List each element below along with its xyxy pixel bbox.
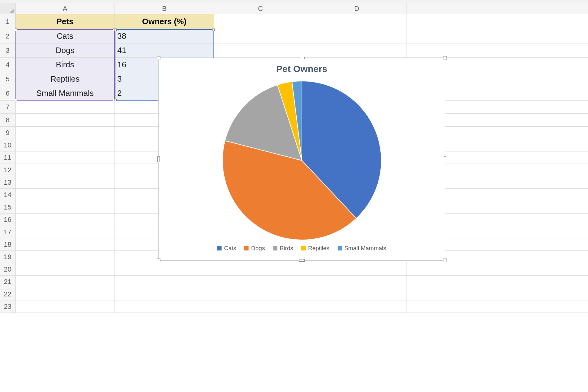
cell-D3[interactable] — [307, 43, 406, 58]
cell-C1[interactable] — [214, 14, 307, 29]
row-head-9[interactable]: 9 — [0, 127, 16, 139]
cell-B20[interactable] — [115, 263, 214, 276]
cell-B22[interactable] — [115, 288, 214, 300]
row-head-14[interactable]: 14 — [0, 189, 16, 201]
cell-C23[interactable] — [214, 300, 307, 313]
cell-B3[interactable]: 41 — [115, 43, 214, 58]
cell-E20[interactable] — [406, 263, 588, 276]
row-head-21[interactable]: 21 — [0, 276, 16, 288]
row-head-8[interactable]: 8 — [0, 114, 16, 127]
col-head-D[interactable]: D — [307, 3, 406, 14]
cell-D2[interactable] — [307, 29, 406, 43]
chart-handle-nw[interactable] — [157, 56, 160, 60]
cell-A13[interactable] — [16, 176, 115, 189]
cell-A20[interactable] — [16, 263, 115, 276]
cell-D23[interactable] — [307, 300, 406, 313]
row-head-12[interactable]: 12 — [0, 164, 16, 176]
chart-handle-se[interactable] — [443, 259, 447, 262]
cell-A11[interactable] — [16, 151, 115, 164]
row-head-17[interactable]: 17 — [0, 226, 16, 238]
legend-label: Birds — [280, 245, 293, 252]
cell-A9[interactable] — [16, 127, 115, 139]
cell-C3[interactable] — [214, 43, 307, 58]
row-head-11[interactable]: 11 — [0, 151, 16, 164]
cell-E3[interactable] — [406, 43, 588, 58]
cell-A6[interactable]: Small Mammals — [16, 86, 115, 101]
row-head-16[interactable]: 16 — [0, 214, 16, 226]
cell-A19[interactable] — [16, 251, 115, 263]
row-head-7[interactable]: 7 — [0, 101, 16, 114]
cell-E23[interactable] — [406, 300, 588, 313]
legend-item-cats[interactable]: Cats — [217, 245, 236, 252]
row-head-4[interactable]: 4 — [0, 58, 16, 72]
cell-A8[interactable] — [16, 114, 115, 127]
col-head-A[interactable]: A — [16, 3, 115, 14]
row-head-6[interactable]: 6 — [0, 86, 16, 101]
cell-E2[interactable] — [406, 29, 588, 43]
cell-B1[interactable]: Owners (%) — [115, 14, 214, 29]
row-head-1[interactable]: 1 — [0, 14, 16, 29]
chart-handle-sw[interactable] — [157, 259, 160, 262]
chart-legend[interactable]: CatsDogsBirdsReptilesSmall Mammals — [159, 245, 445, 252]
select-all-corner[interactable] — [0, 3, 16, 14]
cell-A15[interactable] — [16, 201, 115, 214]
row-head-5[interactable]: 5 — [0, 72, 16, 86]
col-head-B[interactable]: B — [115, 3, 214, 14]
row-head-18[interactable]: 18 — [0, 238, 16, 251]
cell-A16[interactable] — [16, 214, 115, 226]
cell-A14[interactable] — [16, 189, 115, 201]
cell-B2[interactable]: 38 — [115, 29, 214, 43]
cell-A4[interactable]: Birds — [16, 58, 115, 72]
cell-D1[interactable] — [307, 14, 406, 29]
row-head-15[interactable]: 15 — [0, 201, 16, 214]
pie-chart[interactable] — [222, 81, 381, 240]
row-head-13[interactable]: 13 — [0, 176, 16, 189]
cell-A10[interactable] — [16, 139, 115, 151]
cell-A21[interactable] — [16, 276, 115, 288]
cell-B23[interactable] — [115, 300, 214, 313]
cell-E21[interactable] — [406, 276, 588, 288]
row-head-3[interactable]: 3 — [0, 43, 16, 58]
row-head-23[interactable]: 23 — [0, 300, 16, 313]
legend-item-dogs[interactable]: Dogs — [244, 245, 265, 252]
chart-handle-e[interactable] — [444, 156, 446, 162]
cell-A12[interactable] — [16, 164, 115, 176]
row-head-19[interactable]: 19 — [0, 251, 16, 263]
cell-C2[interactable] — [214, 29, 307, 43]
cell-A5[interactable]: Reptiles — [16, 72, 115, 86]
cell-A2[interactable]: Cats — [16, 29, 115, 43]
chart-handle-w[interactable] — [157, 156, 160, 162]
cell-A17[interactable] — [16, 226, 115, 238]
cell-A3[interactable]: Dogs — [16, 43, 115, 58]
col-head-C[interactable]: C — [214, 3, 307, 14]
row-head-10[interactable]: 10 — [0, 139, 16, 151]
row-head-2[interactable]: 2 — [0, 29, 16, 43]
cell-A18[interactable] — [16, 238, 115, 251]
cell-C20[interactable] — [214, 263, 307, 276]
legend-swatch — [273, 246, 277, 250]
cell-C22[interactable] — [214, 288, 307, 300]
cell-A7[interactable] — [16, 101, 115, 114]
col-head-extra[interactable] — [406, 3, 588, 14]
cell-E22[interactable] — [406, 288, 588, 300]
legend-item-small-mammals[interactable]: Small Mammals — [338, 245, 386, 252]
chart-handle-s[interactable] — [299, 259, 305, 262]
cell-D21[interactable] — [307, 276, 406, 288]
row-head-22[interactable]: 22 — [0, 288, 16, 300]
legend-item-birds[interactable]: Birds — [273, 245, 293, 252]
cell-B21[interactable] — [115, 276, 214, 288]
cell-A22[interactable] — [16, 288, 115, 300]
chart-object[interactable]: Pet Owners CatsDogsBirdsReptilesSmall Ma… — [158, 58, 445, 261]
row-head-20[interactable]: 20 — [0, 263, 16, 276]
legend-swatch — [338, 246, 342, 250]
cell-D22[interactable] — [307, 288, 406, 300]
cell-D20[interactable] — [307, 263, 406, 276]
cell-C21[interactable] — [214, 276, 307, 288]
chart-handle-ne[interactable] — [443, 56, 447, 60]
cell-A1[interactable]: Pets — [16, 14, 115, 29]
chart-title[interactable]: Pet Owners — [159, 64, 445, 74]
legend-item-reptiles[interactable]: Reptiles — [301, 245, 330, 252]
cell-A23[interactable] — [16, 300, 115, 313]
cell-E1[interactable] — [406, 14, 588, 29]
chart-handle-n[interactable] — [299, 57, 305, 59]
